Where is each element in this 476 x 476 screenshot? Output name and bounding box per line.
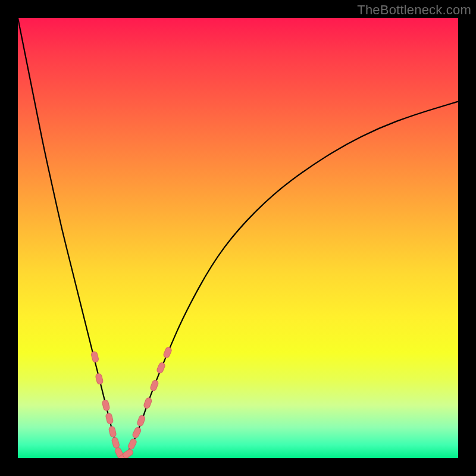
curve-marker <box>163 346 173 358</box>
curve-marker <box>108 426 117 438</box>
curve-marker <box>122 448 134 458</box>
curve-marker <box>111 437 120 449</box>
curve-marker <box>136 415 146 427</box>
curve-marker <box>127 438 137 450</box>
watermark-text: TheBottleneck.com <box>357 2 471 18</box>
curve-marker <box>90 351 99 363</box>
bottleneck-curve-svg <box>18 18 458 458</box>
curve-marker <box>150 380 159 392</box>
curve-marker <box>143 397 152 409</box>
curve-marker <box>102 399 110 411</box>
curve-marker <box>95 373 104 385</box>
curve-marker <box>105 412 114 424</box>
curve-marker <box>156 362 165 374</box>
bottleneck-curve <box>18 18 458 456</box>
chart-frame: TheBottleneck.com <box>0 0 476 476</box>
curve-marker <box>131 427 142 439</box>
curve-markers <box>90 346 172 458</box>
plot-area <box>18 18 458 458</box>
